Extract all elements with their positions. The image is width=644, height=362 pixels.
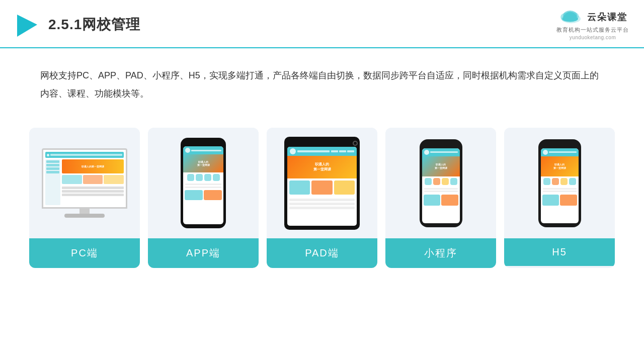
card-label-app: APP端 — [148, 238, 259, 268]
phone-mini-screen-mp: 职通人的第一堂网课 — [422, 148, 460, 223]
mini-logo-h5 — [543, 150, 548, 155]
h5-row-2 — [543, 191, 577, 192]
tablet-row-3 — [289, 207, 355, 209]
logo-cloud: 云朵课堂 — [558, 9, 627, 25]
logo-sub-text: 教育机构一站式服务云平台 — [556, 26, 629, 34]
card-h5-image: 职通人的第一堂网课 — [504, 128, 615, 238]
h5-icon-3 — [560, 178, 568, 185]
h5-card-1 — [542, 195, 559, 206]
mini-cards-h5 — [541, 194, 579, 207]
pc-row-3 — [62, 194, 124, 196]
mini-card-2 — [441, 195, 458, 206]
logo-url: yunduoketang.com — [570, 35, 616, 40]
h5-icon-2 — [552, 178, 559, 185]
phone-mini-mockup-mp: 职通人的第一堂网课 — [420, 139, 462, 227]
tablet-cards — [287, 178, 357, 197]
mini-title-mp — [430, 151, 458, 153]
pc-rows — [62, 187, 124, 196]
pc-menu-3 — [46, 167, 59, 170]
phone-mini-screen-h5: 职通人的第一堂网课 — [541, 148, 579, 223]
card-pad: 职通人的第一堂网课 PAD端 — [267, 128, 377, 268]
mini-icons-h5 — [541, 176, 579, 187]
tablet-title — [297, 150, 330, 152]
tablet-nav-1 — [331, 150, 338, 152]
card-app: 职通人的第一堂网课 — [148, 128, 259, 268]
card-label-miniprogram: 小程序 — [385, 238, 496, 268]
phone-mockup-app: 职通人的第一堂网课 — [181, 138, 226, 228]
pc-content: 职通人的第一堂网课 — [45, 159, 124, 205]
card-label-pad: PAD端 — [267, 238, 377, 268]
header: 2.5.1网校管理 云朵课堂 教育机构一站式服务云平台 yunduoketang… — [0, 0, 644, 48]
description-area: 网校支持PC、APP、PAD、小程序、H5，实现多端打通，产品各终端自由切换，数… — [0, 48, 644, 113]
phone-screen-app: 职通人的第一堂网课 — [183, 146, 223, 224]
pc-menu-4 — [46, 171, 59, 173]
phone-cards-app — [183, 189, 223, 201]
pc-screen-detail: 职通人的第一堂网课 — [43, 150, 126, 207]
phone-crd-2 — [204, 190, 222, 200]
mini-logo-mp — [424, 150, 429, 155]
pc-sidebar — [45, 159, 60, 205]
tablet-banner-text: 职通人的第一堂网课 — [313, 162, 331, 172]
svg-point-8 — [562, 16, 578, 22]
pc-search-bar — [50, 154, 122, 156]
tablet-card-2 — [311, 180, 332, 195]
tablet-mockup: 职通人的第一堂网课 — [284, 137, 360, 230]
cards-area: 职通人的第一堂网课 — [0, 118, 644, 268]
phone-banner-app: 职通人的第一堂网课 — [183, 154, 223, 172]
card-miniprogram-image: 职通人的第一堂网课 — [385, 128, 496, 238]
h5-card-2 — [560, 195, 577, 206]
mini-content-mp — [422, 187, 460, 194]
play-icon — [15, 13, 39, 37]
card-pc: 职通人的第一堂网课 — [29, 128, 140, 268]
tablet-card-3 — [334, 180, 355, 195]
card-miniprogram: 职通人的第一堂网课 — [385, 128, 496, 268]
tablet-logo — [290, 148, 296, 154]
phone-icon-1 — [187, 174, 194, 181]
tablet-screen-header — [287, 147, 357, 156]
mini-icons-mp — [422, 176, 460, 187]
phone-mini-mockup-h5: 职通人的第一堂网课 — [538, 139, 581, 227]
h5-icon-4 — [569, 178, 576, 185]
page-title: 2.5.1网校管理 — [48, 15, 140, 34]
pc-card-3 — [104, 175, 124, 184]
pc-dot-1 — [47, 154, 49, 156]
mini-row-1 — [424, 188, 458, 190]
mini-icon-2 — [433, 178, 440, 185]
mini-icon-4 — [450, 178, 457, 185]
pc-menu-1 — [46, 160, 59, 163]
card-label-h5: H5 — [504, 238, 615, 266]
tablet-row-1 — [289, 199, 355, 201]
card-label-pc: PC端 — [29, 238, 140, 268]
pc-row-2 — [62, 190, 124, 193]
mini-row-2 — [424, 191, 458, 192]
pc-neck — [79, 209, 90, 214]
mini-icon-3 — [442, 178, 449, 185]
pc-base — [64, 214, 105, 218]
description-text: 网校支持PC、APP、PAD、小程序、H5，实现多端打通，产品各终端自由切换，数… — [40, 66, 604, 103]
phone-icon-3 — [204, 174, 211, 181]
mini-banner-mp: 职通人的第一堂网课 — [422, 156, 460, 176]
tablet-nav-3 — [347, 150, 354, 152]
header-left: 2.5.1网校管理 — [15, 13, 140, 37]
card-app-image: 职通人的第一堂网课 — [148, 128, 259, 238]
h5-row-1 — [543, 188, 577, 190]
phone-title-app — [191, 150, 221, 151]
pc-banner: 职通人的第一堂网课 — [62, 159, 124, 173]
pc-banner-text: 职通人的第一堂网课 — [82, 165, 104, 168]
phone-icon-2 — [196, 174, 203, 181]
pc-menu-2 — [46, 164, 59, 166]
mini-cards-mp — [422, 194, 460, 207]
phone-notch-app — [196, 142, 210, 145]
mini-screen-header-h5 — [541, 148, 579, 156]
mini-banner-text-mp: 职通人的第一堂网课 — [435, 163, 447, 170]
pc-header-bar — [45, 152, 124, 158]
phone-row-2 — [185, 187, 221, 188]
mini-title-h5 — [549, 151, 577, 153]
pc-main-area: 职通人的第一堂网课 — [62, 159, 124, 205]
mini-banner-h5: 职通人的第一堂网课 — [541, 156, 579, 176]
mini-content-h5 — [541, 187, 579, 194]
mini-card-1 — [424, 195, 441, 206]
phone-logo-app — [185, 148, 190, 153]
pc-cards-row — [62, 175, 124, 184]
logo-text-cn: 云朵课堂 — [587, 11, 627, 23]
